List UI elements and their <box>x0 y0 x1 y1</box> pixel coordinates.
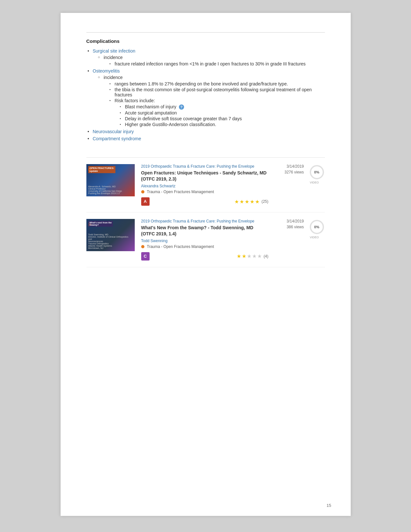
list-item-ssi: Surgical site infection incidence fractu… <box>86 48 325 66</box>
video-info-2: 2019 Orthopaedic Trauma & Fracture Care:… <box>141 219 269 261</box>
progress-type-1: VIDEO <box>310 181 319 184</box>
video-series-2: 2019 Orthopaedic Trauma & Fracture Care:… <box>141 219 269 223</box>
video-author-2[interactable]: Todd Swenning <box>141 239 269 243</box>
list-item-neuro: Neurovascular injury <box>86 129 325 134</box>
osteo-incidence: incidence ranges between 1.8% to 27% dep… <box>98 75 325 127</box>
video-meta-2: 3/14/2019 386 views <box>275 219 304 231</box>
star-2-3: ★ <box>247 253 251 259</box>
video-meta-1: 3/14/2019 3276 views <box>275 164 304 176</box>
thumb-subtitle-1: Alexandra A. Schwartz, MDClinical Profes… <box>88 185 133 194</box>
rating-count-2: (4) <box>264 254 269 259</box>
list-item-compartment: Compartment syndrome <box>86 136 325 141</box>
risk-bullet-2: Acute surgical amputation <box>120 110 325 115</box>
video-card-2: ▶ What's next from theSwamp? Todd Swenni… <box>86 219 325 267</box>
video-right-2: 0% VIDEO <box>304 219 325 239</box>
video-thumbnail-1[interactable]: ▶ OPEN FRACTURES:update Alexandra A. Sch… <box>86 164 135 196</box>
ssi-sublist: incidence fracture related infection ran… <box>98 55 325 66</box>
osteo-bullet-1: ranges between 1.8% to 27% depending on … <box>110 81 325 86</box>
video-date-2: 3/14/2019 <box>275 219 304 223</box>
help-icon[interactable]: ? <box>179 104 184 110</box>
osteo-bullet-3: Risk factors include: Blast mechanism of… <box>110 98 325 127</box>
video-card-1: ▶ OPEN FRACTURES:update Alexandra A. Sch… <box>86 164 325 212</box>
ssi-bullet-1: fracture related infection ranges from <… <box>110 61 325 66</box>
video-bottom-row-1: A ★ ★ ★ ★ ★ (25) <box>141 197 269 206</box>
star-1-1: ★ <box>234 199 239 205</box>
star-2-4: ★ <box>252 253 257 259</box>
video-section: ▶ OPEN FRACTURES:update Alexandra A. Sch… <box>86 157 325 267</box>
video-bottom-row-2: C ★ ★ ★ ★ ★ (4) <box>141 252 269 261</box>
osteo-sublist: incidence ranges between 1.8% to 27% dep… <box>98 75 325 127</box>
topic-dot-1 <box>141 190 144 193</box>
video-views-2: 386 views <box>275 225 304 229</box>
stars-2: ★ ★ ★ ★ ★ (4) <box>237 253 269 259</box>
progress-type-2: VIDEO <box>310 236 319 239</box>
osteo-risk-bullets: Blast mechanism of injury ? Acute surgic… <box>120 104 325 127</box>
star-1-3: ★ <box>245 199 249 205</box>
avatar-badge-2: C <box>141 252 150 261</box>
video-title-2[interactable]: What's New From the Swamp? - Todd Swenni… <box>141 225 269 237</box>
thumb-subtitle-2: Todd Swenning, MDDirector, Institute of … <box>88 233 133 249</box>
video-right-1: 0% VIDEO <box>304 164 325 184</box>
rating-count-1: (25) <box>261 199 268 204</box>
link-neuro[interactable]: Neurovascular injury <box>93 129 134 134</box>
ssi-bullets: fracture related infection ranges from <… <box>110 61 325 66</box>
video-views-1: 3276 views <box>275 170 304 174</box>
video-series-1: 2019 Orthopaedic Trauma & Fracture Care:… <box>141 164 269 169</box>
star-2-1: ★ <box>237 253 241 259</box>
star-1-2: ★ <box>240 199 244 205</box>
progress-circle-1: 0% <box>309 164 325 180</box>
progress-label-1: 0% <box>314 170 319 174</box>
video-author-1[interactable]: Alexandra Schwartz <box>141 184 269 188</box>
page-container: Complications Surgical site infection in… <box>61 13 351 516</box>
progress-label-2: 0% <box>314 225 319 229</box>
video-topic-2: Trauma - Open Fractures Management <box>141 244 269 249</box>
stars-1: ★ ★ ★ ★ ★ (25) <box>234 199 268 205</box>
star-2-5: ★ <box>257 253 262 259</box>
topic-dot-2 <box>141 245 144 248</box>
thumb-overlay-1: OPEN FRACTURES:update <box>88 166 116 173</box>
page-number: 15 <box>327 503 331 508</box>
risk-bullet-1: Blast mechanism of injury ? <box>120 104 325 110</box>
progress-circle-2: 0% <box>309 219 325 235</box>
video-info-1: 2019 Orthopaedic Trauma & Fracture Care:… <box>141 164 269 206</box>
video-thumbnail-2[interactable]: ▶ What's next from theSwamp? Todd Swenni… <box>86 219 135 251</box>
video-title-1[interactable]: Open Fractures: Unique Techniques - Sand… <box>141 170 269 182</box>
risk-bullet-4: Higher grade Gustillo-Anderson classific… <box>120 122 325 127</box>
complications-list: Surgical site infection incidence fractu… <box>86 48 325 141</box>
star-1-5: ★ <box>255 199 259 205</box>
avatar-badge-1: A <box>141 197 150 206</box>
link-ssi[interactable]: Surgical site infection <box>93 48 135 54</box>
osteo-bullets: ranges between 1.8% to 27% depending on … <box>110 81 325 127</box>
osteo-bullet-2: the tibia is the most common site of pos… <box>110 87 325 97</box>
video-topic-1: Trauma - Open Fractures Management <box>141 190 269 194</box>
link-osteo[interactable]: Osteomyelitis <box>93 68 120 74</box>
link-compartment[interactable]: Compartment syndrome <box>93 136 141 141</box>
list-item-osteo: Osteomyelitis incidence ranges between 1… <box>86 68 325 127</box>
section-title: Complications <box>86 38 325 44</box>
risk-bullet-3: Delay in definitive soft tissue coverage… <box>120 116 325 121</box>
thumb-overlay-2: What's next from theSwamp? <box>88 221 113 227</box>
star-1-4: ★ <box>250 199 254 205</box>
star-2-2: ★ <box>242 253 246 259</box>
ssi-incidence: incidence fracture related infection ran… <box>98 55 325 66</box>
video-date-1: 3/14/2019 <box>275 164 304 169</box>
